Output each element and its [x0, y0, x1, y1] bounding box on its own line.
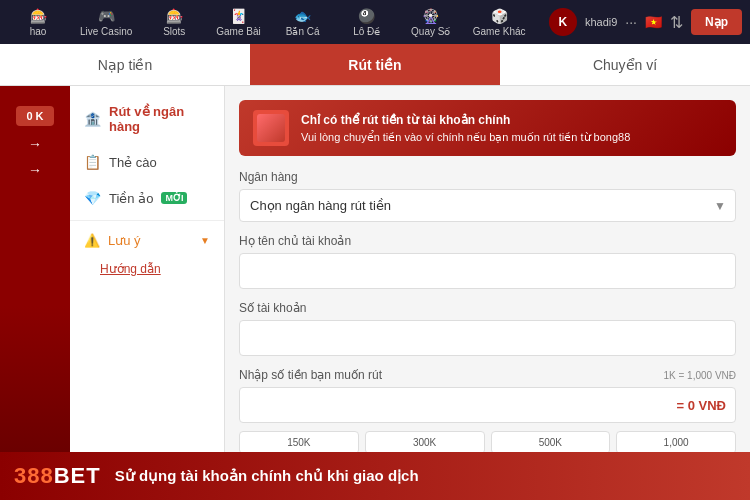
info-banner: Chỉ có thể rút tiền từ tài khoản chính V…	[239, 100, 736, 156]
tab-rut-tien[interactable]: Rút tiền	[250, 44, 500, 85]
nap-button[interactable]: Nạp	[691, 9, 742, 35]
nav-item-slots[interactable]: 🎰 Slots	[144, 6, 204, 39]
logo-bet: BET	[54, 463, 101, 488]
lo-de-icon: 🎱	[358, 8, 375, 24]
sidebar-item-the-cao[interactable]: 📋 Thẻ cào	[70, 144, 224, 180]
quick-amount-1000[interactable]: 1,000	[616, 431, 736, 452]
ngan-hang-select-wrapper: Chọn ngân hàng rút tiền ▼	[239, 189, 736, 222]
tab-chuyen-vi[interactable]: Chuyển ví	[500, 44, 750, 85]
so-tai-khoan-input[interactable]	[239, 320, 736, 356]
game-bai-icon: 🃏	[230, 8, 247, 24]
huong-dan-link[interactable]: Hướng dẫn	[70, 256, 224, 282]
new-badge: MỚI	[161, 192, 187, 204]
nav-item-hao[interactable]: 🎰 hao	[8, 6, 68, 39]
quick-amounts-row: 150K 300K 500K 1,000	[239, 431, 736, 452]
banner-text-content: Chỉ có thể rút tiền từ tài khoản chính V…	[301, 111, 630, 146]
nav-item-game-khac[interactable]: 🎲 Game Khác	[465, 6, 534, 39]
nav-right-section: K khadi9 ··· 🇻🇳 ⇅ Nạp	[549, 8, 742, 36]
nav-item-live-casino[interactable]: 🎮 Live Casino	[72, 6, 140, 39]
user-avatar: K	[549, 8, 577, 36]
so-tien-label: Nhập số tiền bạn muốn rút	[239, 368, 382, 382]
amount-input-wrapper: = 0 VNĐ	[239, 387, 736, 423]
left-background-panel: 0 K → →	[0, 86, 70, 452]
nav-item-lo-de[interactable]: 🎱 Lô Đề	[337, 6, 397, 39]
chevron-down-icon: ▼	[200, 235, 210, 246]
flag-icon: 🇻🇳	[645, 14, 662, 30]
bank-icon: 🏦	[84, 111, 101, 127]
bottom-bar: 388BET Sử dụng tài khoản chính chủ khi g…	[0, 452, 750, 500]
card-icon: 📋	[84, 154, 101, 170]
sidebar-item-luu-y[interactable]: ⚠️ Lưu ý ▼	[70, 225, 224, 256]
so-tien-group: Nhập số tiền bạn muốn rút 1K = 1,000 VNĐ…	[239, 368, 736, 452]
ngan-hang-select[interactable]: Chọn ngân hàng rút tiền	[239, 189, 736, 222]
amount-hint: 1K = 1,000 VNĐ	[663, 370, 736, 381]
logo: 388BET	[14, 463, 101, 489]
ban-ca-icon: 🐟	[294, 8, 311, 24]
bottom-message: Sử dụng tài khoản chính chủ khi giao dịc…	[115, 467, 419, 485]
crypto-icon: 💎	[84, 190, 101, 206]
quick-amount-300k[interactable]: 300K	[365, 431, 485, 452]
username-label: khadi9	[585, 16, 617, 28]
so-tai-khoan-group: Số tài khoản	[239, 301, 736, 356]
quick-amount-500k[interactable]: 500K	[491, 431, 611, 452]
sidebar-divider	[70, 220, 224, 221]
sort-icon[interactable]: ⇅	[670, 13, 683, 32]
ho-ten-input[interactable]	[239, 253, 736, 289]
top-navigation: 🎰 hao 🎮 Live Casino 🎰 Slots 🃏 Game Bài 🐟…	[0, 0, 750, 44]
tab-row: Nạp tiền Rút tiền Chuyển ví	[0, 44, 750, 86]
ngan-hang-group: Ngân hàng Chọn ngân hàng rút tiền ▼	[239, 170, 736, 222]
form-area: Chỉ có thể rút tiền từ tài khoản chính V…	[225, 86, 750, 452]
ho-ten-label: Họ tên chủ tài khoản	[239, 234, 736, 248]
amount-suffix-label: = 0 VNĐ	[677, 398, 727, 413]
more-options-icon[interactable]: ···	[625, 14, 637, 30]
slots-icon: 🎰	[166, 8, 183, 24]
nav-item-ban-ca[interactable]: 🐟 Bắn Cá	[273, 6, 333, 39]
sidebar: 🏦 Rút về ngân hàng 📋 Thẻ cào 💎 Tiền ảo M…	[70, 86, 225, 452]
main-content: 0 K → → 🏦 Rút về ngân hàng 📋 Thẻ cào 💎 T…	[0, 86, 750, 452]
logo-388: 388	[14, 463, 54, 488]
sidebar-item-rut-ve-ngan-hang[interactable]: 🏦 Rút về ngân hàng	[70, 94, 224, 144]
hao-icon: 🎰	[30, 8, 47, 24]
arrow-right-icon-2: →	[28, 162, 42, 178]
arrow-right-icon: →	[28, 136, 42, 152]
so-tien-input[interactable]	[239, 387, 736, 423]
live-casino-icon: 🎮	[98, 8, 115, 24]
ngan-hang-label: Ngân hàng	[239, 170, 736, 184]
banner-image	[253, 110, 289, 146]
nav-item-game-bai[interactable]: 🃏 Game Bài	[208, 6, 268, 39]
tab-nap-tien[interactable]: Nạp tiền	[0, 44, 250, 85]
quay-so-icon: 🎡	[422, 8, 439, 24]
nav-item-quay-so[interactable]: 🎡 Quay Số	[401, 6, 461, 39]
quick-amount-150k[interactable]: 150K	[239, 431, 359, 452]
ok-badge: 0 K	[16, 106, 53, 126]
game-khac-icon: 🎲	[491, 8, 508, 24]
banner-image-inner	[257, 114, 285, 142]
sidebar-item-tien-ao[interactable]: 💎 Tiền ảo MỚI	[70, 180, 224, 216]
warning-icon: ⚠️	[84, 233, 100, 248]
ho-ten-group: Họ tên chủ tài khoản	[239, 234, 736, 289]
so-tai-khoan-label: Số tài khoản	[239, 301, 736, 315]
